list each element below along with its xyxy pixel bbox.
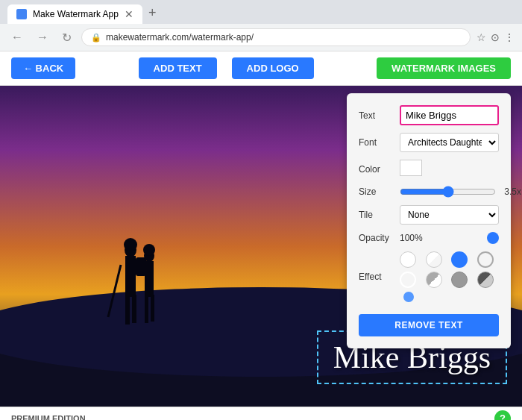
effect-grid [400, 251, 499, 288]
address-bar[interactable]: 🔒 makewatermark.com/watermark-app/ [81, 28, 471, 46]
url-text: makewatermark.com/watermark-app/ [106, 32, 254, 43]
add-text-button[interactable]: ADD TEXT [139, 57, 217, 79]
active-tab[interactable]: Make Watermark App ✕ [7, 4, 142, 24]
text-field-container [400, 105, 499, 125]
effect-outline-white[interactable] [400, 272, 416, 288]
svg-rect-6 [136, 257, 146, 276]
app-toolbar: ← BACK ADD TEXT ADD LOGO WATERMARK IMAGE… [0, 51, 522, 86]
size-value: 3.5x [500, 187, 521, 197]
watermark-images-button[interactable]: WATERMARK IMAGES [377, 57, 511, 79]
nav-bar: ← → ↻ 🔒 makewatermark.com/watermark-app/… [0, 24, 522, 51]
tab-bar: Make Watermark App ✕ + [0, 0, 522, 24]
svg-rect-3 [125, 256, 136, 297]
effect-outline-gray[interactable] [477, 251, 494, 268]
svg-point-7 [124, 238, 137, 251]
effect-solid-white[interactable] [400, 251, 416, 268]
tile-select[interactable]: None Horizontal Vertical Full [400, 205, 499, 225]
tile-label: Tile [359, 210, 400, 220]
color-field-container [400, 160, 499, 178]
effect-half-gray[interactable] [426, 272, 442, 288]
color-label: Color [359, 164, 400, 175]
font-field-container: Architects Daughter Arial Times New Roma… [400, 133, 499, 152]
back-nav-button[interactable]: ← [7, 29, 27, 46]
effect-solid-blue[interactable] [451, 251, 468, 268]
opacity-value: 100% [400, 233, 423, 243]
refresh-nav-button[interactable]: ↻ [58, 29, 75, 46]
text-input[interactable] [400, 105, 499, 125]
tile-field-container: None Horizontal Vertical Full [400, 205, 499, 225]
back-button[interactable]: ← BACK [11, 57, 75, 79]
size-label: Size [359, 187, 400, 197]
effect-row: Effect [359, 251, 499, 302]
svg-rect-12 [151, 295, 154, 322]
effect-field-container [400, 251, 499, 302]
tab-close-button[interactable]: ✕ [125, 8, 133, 20]
effect-dot-extra[interactable] [403, 292, 414, 302]
menu-button[interactable]: ⋮ [504, 31, 515, 43]
tab-title: Make Watermark App [33, 9, 119, 19]
opacity-label: Opacity [359, 233, 400, 243]
bookmark-button[interactable]: ☆ [477, 31, 486, 43]
add-logo-button[interactable]: ADD LOGO [232, 57, 314, 79]
size-slider[interactable] [400, 186, 496, 198]
main-canvas: Mike Briggs Text Font Architects Daughte… [0, 86, 522, 407]
tab-favicon [16, 9, 27, 19]
footer: PREMIUM EDITION ? [0, 407, 522, 420]
svg-rect-5 [132, 295, 136, 323]
font-row: Font Architects Daughter Arial Times New… [359, 133, 499, 152]
opacity-row: Opacity 100% [359, 232, 499, 244]
svg-rect-11 [145, 295, 148, 323]
color-row: Color [359, 160, 499, 178]
lock-icon: 🔒 [91, 33, 101, 43]
new-tab-button[interactable]: + [142, 2, 163, 24]
svg-rect-4 [125, 295, 130, 325]
font-label: Font [359, 137, 400, 148]
svg-rect-10 [145, 261, 154, 297]
size-row: Size 3.5x [359, 186, 499, 198]
remove-text-button[interactable]: REMOVE TEXT [359, 314, 499, 336]
font-select[interactable]: Architects Daughter Arial Times New Roma… [400, 133, 499, 152]
text-row: Text [359, 105, 499, 125]
edit-panel: Text Font Architects Daughter Arial Time… [347, 93, 511, 348]
text-label: Text [359, 110, 400, 121]
opacity-indicator [487, 232, 499, 244]
svg-point-13 [143, 244, 155, 256]
edition-text: PREMIUM EDITION [11, 414, 86, 421]
help-button[interactable]: ? [494, 410, 511, 421]
effect-half-white[interactable] [426, 251, 442, 268]
effect-solid-gray-dark[interactable] [451, 272, 468, 288]
nav-actions: ☆ ⊙ ⋮ [477, 31, 515, 43]
color-swatch[interactable] [400, 160, 422, 176]
effect-circle-half-dark[interactable] [477, 272, 494, 288]
opacity-controls: 100% [400, 232, 499, 244]
size-controls: 3.5x [400, 186, 521, 198]
tile-row: Tile None Horizontal Vertical Full [359, 205, 499, 225]
profile-button[interactable]: ⊙ [491, 31, 500, 43]
forward-nav-button[interactable]: → [33, 29, 52, 46]
effect-label: Effect [359, 272, 400, 282]
